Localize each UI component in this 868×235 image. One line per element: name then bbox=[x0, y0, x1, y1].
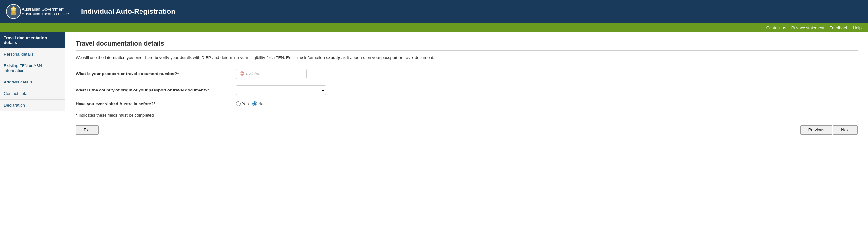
main-content: Travel documentation details We will use… bbox=[65, 32, 868, 235]
sidebar-item-personal[interactable]: Personal details bbox=[0, 49, 65, 60]
help-link[interactable]: Help bbox=[853, 25, 862, 30]
sidebar-item-travel[interactable]: Travel documentation details bbox=[0, 32, 65, 49]
sidebar-item-declaration[interactable]: Declaration bbox=[0, 99, 65, 111]
top-nav-bar: Contact us Privacy statement Feedback He… bbox=[0, 23, 868, 32]
page-title: Travel documentation details bbox=[76, 40, 858, 51]
header-agency-line: Australian Taxation Office bbox=[22, 11, 69, 17]
passport-placeholder-text: pvtistes bbox=[246, 71, 260, 76]
country-label: What is the country of origin of your pa… bbox=[76, 88, 236, 92]
lock-icon: Ⓒ bbox=[240, 71, 244, 77]
country-select-wrapper: Australia United States United Kingdom F… bbox=[236, 85, 326, 95]
country-field-row: What is the country of origin of your pa… bbox=[76, 85, 858, 95]
visited-no-radio[interactable] bbox=[252, 101, 257, 106]
page-header: Australian Government Australian Taxatio… bbox=[0, 0, 868, 23]
contact-us-link[interactable]: Contact us bbox=[766, 25, 786, 30]
visited-label: Have you ever visited Australia before?* bbox=[76, 101, 236, 106]
sidebar-item-address[interactable]: Address details bbox=[0, 77, 65, 88]
visited-no-option[interactable]: No bbox=[252, 101, 264, 106]
visited-yes-radio[interactable] bbox=[236, 101, 241, 106]
sidebar-item-contact[interactable]: Contact details bbox=[0, 88, 65, 99]
header-title: Individual Auto-Registration bbox=[75, 7, 176, 16]
visited-field-row: Have you ever visited Australia before?*… bbox=[76, 101, 858, 106]
visited-radio-group: Yes No bbox=[236, 101, 264, 106]
visited-yes-label: Yes bbox=[242, 101, 249, 106]
required-note: * Indicates these fields must be complet… bbox=[76, 113, 858, 117]
sidebar: Travel documentation details Personal de… bbox=[0, 32, 65, 235]
intro-paragraph: We will use the information you enter he… bbox=[76, 55, 858, 61]
nav-buttons: Previous Next bbox=[800, 125, 858, 135]
header-agency-block: Australian Government Australian Taxatio… bbox=[22, 7, 69, 17]
passport-input-wrapper: Ⓒ pvtistes bbox=[236, 69, 307, 79]
exit-button[interactable]: Exit bbox=[76, 125, 99, 135]
header-gov-line: Australian Government bbox=[22, 7, 69, 11]
ato-crest-icon bbox=[5, 3, 22, 20]
country-select[interactable]: Australia United States United Kingdom F… bbox=[236, 85, 326, 95]
svg-rect-3 bbox=[11, 12, 16, 16]
passport-input-display[interactable]: Ⓒ pvtistes bbox=[236, 69, 307, 79]
passport-label: What is your passport or travel document… bbox=[76, 71, 236, 76]
next-button[interactable]: Next bbox=[833, 125, 858, 135]
feedback-link[interactable]: Feedback bbox=[830, 25, 848, 30]
main-layout: Travel documentation details Personal de… bbox=[0, 32, 868, 235]
previous-button[interactable]: Previous bbox=[800, 125, 833, 135]
passport-field-row: What is your passport or travel document… bbox=[76, 69, 858, 79]
visited-no-label: No bbox=[258, 101, 264, 106]
privacy-statement-link[interactable]: Privacy statement bbox=[791, 25, 825, 30]
sidebar-item-tfn[interactable]: Existing TFN or ABN information bbox=[0, 60, 65, 77]
visited-yes-option[interactable]: Yes bbox=[236, 101, 249, 106]
form-footer: Exit Previous Next bbox=[76, 125, 858, 135]
